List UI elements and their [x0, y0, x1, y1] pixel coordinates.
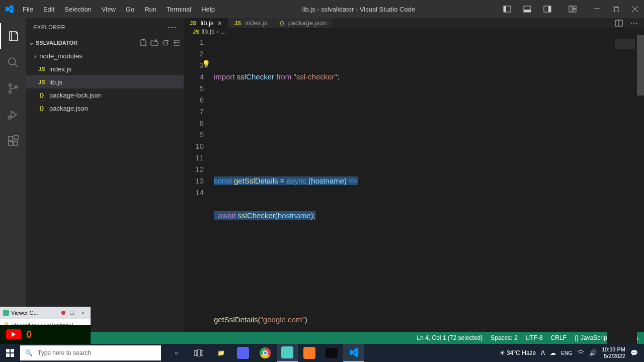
file-name: node_modules: [39, 52, 82, 60]
taskbar-search[interactable]: 🔍 Type here to search: [20, 345, 161, 360]
tab-label: package.json: [288, 19, 327, 27]
js-file-icon: JS: [190, 20, 196, 26]
svg-rect-19: [14, 141, 18, 145]
more-actions-icon[interactable]: ⋯: [630, 18, 638, 28]
svg-rect-17: [9, 136, 13, 140]
menu-file[interactable]: File: [18, 4, 38, 15]
new-folder-icon[interactable]: [150, 39, 158, 47]
notifications-icon[interactable]: 💬: [630, 349, 638, 356]
tree-folder-node-modules[interactable]: › node_modules: [26, 49, 184, 62]
time: 10:33 PM: [602, 346, 625, 353]
show-hidden-icon[interactable]: ᐱ: [541, 349, 545, 356]
svg-rect-27: [11, 353, 14, 357]
start-button[interactable]: [0, 344, 20, 362]
tab-index-js[interactable]: JS index.js: [228, 18, 274, 28]
scrollbar-vertical[interactable]: [637, 35, 644, 96]
task-view-icon[interactable]: [188, 344, 209, 362]
activity-scm-icon[interactable]: [0, 75, 26, 102]
breadcrumb-separator: ›: [216, 28, 218, 35]
menu-edit[interactable]: Edit: [39, 4, 59, 15]
explorer-more-icon[interactable]: ⋯: [168, 22, 177, 33]
app-icon-2[interactable]: [277, 344, 298, 362]
refresh-icon[interactable]: [162, 39, 170, 47]
breadcrumb[interactable]: JS lib.js › ...: [184, 28, 644, 35]
activity-extensions-icon[interactable]: [0, 128, 26, 154]
minimize-icon[interactable]: [588, 0, 606, 18]
svg-point-16: [8, 116, 11, 119]
svg-rect-18: [9, 141, 13, 145]
clock[interactable]: 10:33 PM 5/2/2022: [602, 346, 625, 359]
language-indicator[interactable]: ENG: [561, 350, 572, 356]
layout-sidebarleft-icon[interactable]: [498, 0, 516, 18]
close-icon[interactable]: [626, 0, 644, 18]
js-file-icon: JS: [37, 79, 46, 85]
tree-file-package-json[interactable]: {} package.json: [26, 102, 184, 115]
svg-rect-29: [198, 349, 200, 356]
explorer-title: EXPLORER: [33, 24, 65, 30]
favicon-icon: [3, 310, 9, 316]
breadcrumb-symbol: ...: [221, 28, 226, 35]
menu-help[interactable]: Help: [197, 4, 219, 15]
svg-rect-8: [573, 10, 576, 12]
svg-rect-9: [594, 9, 600, 9]
svg-rect-26: [6, 353, 10, 357]
js-file-icon: JS: [234, 20, 241, 26]
menu-view[interactable]: View: [97, 4, 120, 15]
browser-close-icon[interactable]: ×: [78, 310, 88, 316]
activity-search-icon[interactable]: [0, 49, 26, 75]
notification-badge-icon: [61, 311, 65, 315]
minimap[interactable]: [607, 35, 637, 362]
titlebar: File Edit Selection View Go Run Terminal…: [0, 0, 644, 18]
activity-bar: [0, 18, 26, 332]
editor-tabs: JS lib.js × JS index.js {} package.json …: [184, 18, 644, 28]
tree-file-package-lock[interactable]: {} package-lock.json: [26, 88, 184, 102]
chevron-right-icon: ›: [34, 52, 36, 60]
code-editor[interactable]: 1234567891011121314 💡 import sslChecker …: [184, 35, 644, 362]
line-numbers: 1234567891011121314: [184, 35, 214, 362]
svg-rect-6: [569, 6, 572, 12]
tree-file-lib-js[interactable]: JS lib.js: [26, 75, 184, 88]
layout-sidebarright-icon[interactable]: [538, 0, 556, 18]
menu-terminal[interactable]: Terminal: [162, 4, 196, 15]
layout-panel-icon[interactable]: [518, 0, 536, 18]
project-section-header[interactable]: ⌄ SSLVALIDATOR: [26, 36, 184, 49]
onedrive-icon[interactable]: ☁: [550, 349, 556, 356]
maximize-icon[interactable]: [607, 0, 625, 18]
svg-rect-5: [548, 6, 551, 12]
collapse-icon[interactable]: [173, 39, 181, 47]
browser-tab[interactable]: Viewer C... ☐ ×: [0, 307, 91, 319]
new-file-icon[interactable]: [139, 39, 147, 47]
xampp-icon[interactable]: [299, 344, 320, 362]
volume-icon[interactable]: 🔊: [589, 349, 597, 356]
cortana-icon[interactable]: ○: [166, 344, 187, 362]
tree-file-index-js[interactable]: JS index.js: [26, 62, 184, 75]
menu-run[interactable]: Run: [140, 4, 161, 15]
js-file-icon: JS: [193, 29, 199, 35]
wifi-icon[interactable]: [577, 350, 584, 356]
tab-package-json[interactable]: {} package.json: [274, 18, 333, 28]
browser-maximize-icon[interactable]: ☐: [67, 310, 76, 316]
lightbulb-icon[interactable]: 💡: [202, 58, 210, 70]
search-placeholder: Type here to search: [38, 349, 91, 356]
file-name: index.js: [49, 65, 71, 73]
project-name: SSLVALIDATOR: [36, 40, 77, 46]
tab-close-icon[interactable]: ×: [217, 19, 221, 27]
code-content[interactable]: 💡 import sslChecker from "ssl-checker"; …: [214, 35, 644, 362]
svg-point-13: [9, 84, 12, 86]
customize-layout-icon[interactable]: [564, 0, 582, 18]
menu-selection[interactable]: Selection: [60, 4, 96, 15]
date: 5/2/2022: [602, 353, 625, 359]
file-explorer-icon[interactable]: 📁: [210, 344, 231, 362]
activity-debug-icon[interactable]: [0, 102, 26, 128]
weather-widget[interactable]: ☀ 34°C Haze: [500, 349, 536, 356]
vscode-taskbar-icon[interactable]: [343, 344, 364, 362]
menu-go[interactable]: Go: [121, 4, 139, 15]
split-editor-icon[interactable]: [615, 19, 623, 27]
file-name: package.json: [49, 105, 88, 112]
terminal-icon[interactable]: [321, 344, 342, 362]
svg-rect-3: [524, 10, 531, 12]
app-icon-1[interactable]: [232, 344, 254, 362]
tab-lib-js[interactable]: JS lib.js ×: [184, 18, 228, 28]
chrome-icon[interactable]: [255, 344, 276, 362]
activity-explorer-icon[interactable]: [0, 23, 26, 49]
